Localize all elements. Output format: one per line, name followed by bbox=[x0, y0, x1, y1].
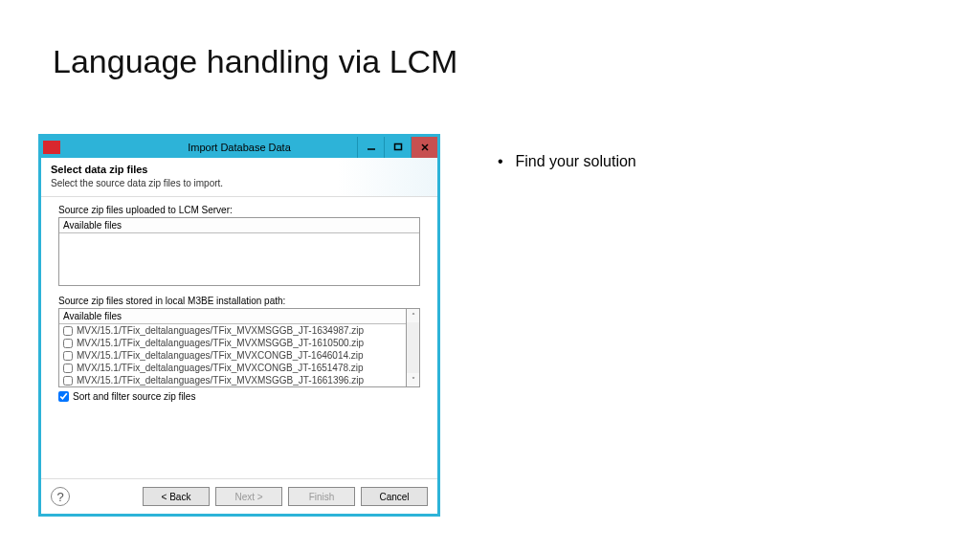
section2-label: Source zip files stored in local M3BE in… bbox=[58, 296, 420, 306]
titlebar[interactable]: Import Database Data bbox=[41, 137, 437, 158]
chevron-down-icon: ˅ bbox=[412, 376, 415, 385]
sort-filter-row[interactable]: Sort and filter source zip files bbox=[58, 391, 420, 402]
file-name: MVX/15.1/TFix_deltalanguages/TFix_MVXMSG… bbox=[77, 338, 364, 348]
list-item[interactable]: MVX/15.1/TFix_deltalanguages/TFix_MVXCON… bbox=[59, 349, 406, 362]
local-files-header: Available files bbox=[59, 309, 406, 324]
file-checkbox[interactable] bbox=[63, 376, 73, 386]
close-icon bbox=[420, 143, 430, 152]
file-checkbox[interactable] bbox=[63, 351, 73, 361]
maximize-button[interactable] bbox=[384, 137, 411, 158]
scroll-up-button[interactable]: ˄ bbox=[407, 309, 419, 322]
app-icon bbox=[43, 141, 60, 154]
next-button[interactable]: Next > bbox=[215, 487, 282, 506]
file-checkbox[interactable] bbox=[63, 339, 73, 348]
wizard-header: Select data zip files Select the source … bbox=[41, 158, 437, 197]
bullet-icon: • bbox=[498, 153, 511, 170]
uploaded-files-list[interactable]: Available files bbox=[58, 217, 420, 286]
list-item[interactable]: MVX/15.1/TFix_deltalanguages/TFix_MVXMSG… bbox=[59, 337, 406, 349]
scroll-down-button[interactable]: ˅ bbox=[407, 373, 419, 386]
minimize-icon bbox=[367, 143, 376, 152]
slide-title: Language handling via LCM bbox=[53, 43, 457, 80]
list-item[interactable]: MVX/15.1/TFix_deltalanguages/TFix_MVXMSG… bbox=[59, 374, 406, 386]
svg-rect-1 bbox=[394, 144, 401, 150]
file-name: MVX/15.1/TFix_deltalanguages/TFix_MVXCON… bbox=[77, 363, 364, 373]
sort-filter-label: Sort and filter source zip files bbox=[73, 391, 195, 402]
file-checkbox[interactable] bbox=[63, 326, 73, 336]
list-item[interactable]: MVX/15.1/TFix_deltalanguages/TFix_MVXCON… bbox=[59, 362, 406, 374]
section1-label: Source zip files uploaded to LCM Server: bbox=[58, 205, 420, 215]
wizard-step-subtitle: Select the source data zip files to impo… bbox=[51, 178, 428, 188]
file-name: MVX/15.1/TFix_deltalanguages/TFix_MVXMSG… bbox=[77, 375, 364, 386]
cancel-button[interactable]: Cancel bbox=[361, 487, 428, 506]
file-checkbox[interactable] bbox=[63, 364, 73, 373]
back-button[interactable]: < Back bbox=[143, 487, 210, 506]
file-name: MVX/15.1/TFix_deltalanguages/TFix_MVXMSG… bbox=[77, 325, 364, 336]
file-name: MVX/15.1/TFix_deltalanguages/TFix_MVXCON… bbox=[77, 350, 364, 361]
wizard-body: Source zip files uploaded to LCM Server:… bbox=[41, 197, 437, 478]
wizard-footer: ? < Back Next > Finish Cancel bbox=[41, 478, 437, 514]
minimize-button[interactable] bbox=[357, 137, 384, 158]
help-button[interactable]: ? bbox=[51, 487, 70, 506]
wizard-step-title: Select data zip files bbox=[51, 164, 428, 175]
local-files-list[interactable]: Available files MVX/15.1/TFix_deltalangu… bbox=[58, 308, 407, 387]
scrollbar[interactable]: ˄ ˅ bbox=[407, 308, 420, 387]
chevron-up-icon: ˄ bbox=[412, 312, 415, 320]
maximize-icon bbox=[393, 143, 403, 152]
uploaded-files-header: Available files bbox=[59, 218, 419, 233]
bullet-text: Find your solution bbox=[515, 153, 635, 169]
finish-button[interactable]: Finish bbox=[288, 487, 355, 506]
dialog-window: Import Database Data Select data zip fil… bbox=[38, 134, 440, 517]
bullet-list: • Find your solution bbox=[498, 153, 636, 170]
sort-filter-checkbox[interactable] bbox=[58, 391, 69, 402]
help-icon: ? bbox=[56, 490, 63, 504]
window-controls bbox=[357, 137, 437, 158]
close-button[interactable] bbox=[411, 137, 437, 158]
list-item[interactable]: MVX/15.1/TFix_deltalanguages/TFix_MVXMSG… bbox=[59, 324, 406, 337]
